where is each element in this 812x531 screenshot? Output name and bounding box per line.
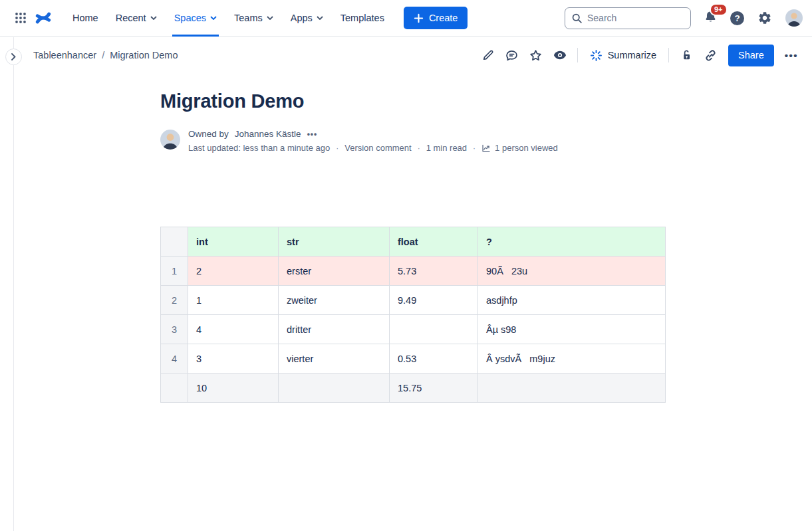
table-footer-cell [478, 373, 666, 403]
notification-badge: 9+ [710, 3, 728, 16]
table-row: 21zweiter9.49asdjhfp [161, 286, 666, 315]
table-footer-cell: 10 [188, 373, 279, 403]
user-avatar[interactable] [785, 9, 803, 27]
summarize-button[interactable]: Summarize [584, 45, 662, 66]
comment-icon [505, 49, 519, 62]
breadcrumb: Tableenhancer / Migration Demo [33, 50, 178, 60]
table-row-number: 4 [161, 344, 188, 373]
search-box [565, 7, 691, 29]
breadcrumb-separator: / [102, 50, 104, 60]
page-header-bar: Tableenhancer / Migration Demo [0, 37, 812, 74]
table-row-number: 3 [161, 315, 188, 344]
read-time-label: 1 min read [426, 143, 467, 153]
last-updated-link[interactable]: Last updated: less than a minute ago [188, 143, 330, 153]
top-navigation: Home Recent Spaces Teams Apps Templates [0, 0, 812, 37]
owner-name-link[interactable]: Johannes Kästle [235, 129, 301, 139]
copy-link-button[interactable] [699, 45, 722, 66]
table-footer-row: 1015.75 [161, 373, 666, 403]
confluence-logo[interactable] [32, 7, 55, 29]
pencil-icon [481, 49, 495, 62]
table-cell: 1 [188, 286, 279, 315]
byline-text: Owned by Johannes Kästle ••• Last update… [188, 129, 558, 153]
owner-avatar[interactable] [160, 130, 180, 150]
owned-by-label: Owned by [188, 129, 229, 139]
table-header-cell: float [390, 227, 478, 257]
analytics-chart-icon [481, 144, 491, 153]
summarize-label: Summarize [608, 50, 656, 60]
share-button-label: Share [738, 50, 764, 60]
gear-icon [757, 11, 772, 25]
star-button[interactable] [525, 45, 547, 66]
table-row: 34dritterÂµ s98 [161, 315, 666, 344]
link-icon [704, 49, 718, 62]
nav-label: Home [72, 13, 98, 23]
page-content: Migration Demo Owned by Johannes Kästle … [14, 74, 812, 403]
table-header-cell: str [279, 227, 390, 257]
nav-item-apps[interactable]: Apps [282, 0, 332, 37]
table-cell: 0.53 [390, 344, 478, 373]
star-icon [529, 49, 543, 62]
nav-label: Recent [116, 13, 146, 23]
table-cell: asdjhfp [478, 286, 666, 315]
nav-item-home[interactable]: Home [64, 0, 107, 37]
unlock-icon [680, 49, 693, 62]
page-title: Migration Demo [160, 90, 666, 112]
restrictions-button[interactable] [675, 45, 698, 66]
more-actions-button[interactable]: ••• [781, 50, 802, 61]
table-cell: dritter [279, 315, 390, 344]
expand-sidebar-button[interactable] [5, 49, 22, 65]
table-row-number: 2 [161, 286, 188, 315]
settings-button[interactable] [757, 10, 773, 26]
table-cell: 2 [188, 257, 279, 286]
table-cell: 4 [188, 315, 279, 344]
analytics-link[interactable]: 1 person viewed [481, 143, 558, 153]
notifications-button[interactable]: 9+ [704, 10, 718, 27]
edit-button[interactable] [477, 45, 499, 66]
breadcrumb-page-link[interactable]: Migration Demo [110, 50, 178, 60]
help-button[interactable]: ? [730, 11, 744, 25]
create-button-label: Create [429, 13, 458, 23]
chevron-down-icon [267, 16, 273, 20]
chevron-down-icon [317, 16, 323, 20]
content-table: intstrfloat? 12erster5.7390Ã 23u21zweite… [160, 227, 666, 403]
table-head: intstrfloat? [161, 227, 666, 257]
nav-item-recent[interactable]: Recent [107, 0, 166, 37]
version-comment-link[interactable]: Version comment [344, 143, 411, 153]
search-icon [571, 13, 583, 24]
dot-separator: · [473, 144, 475, 153]
dot-separator: · [418, 144, 420, 153]
byline-more-button[interactable]: ••• [307, 130, 318, 139]
nav-item-templates[interactable]: Templates [332, 0, 393, 37]
app-switcher-icon[interactable] [9, 7, 32, 29]
search-input[interactable] [565, 7, 691, 29]
table-cell: erster [279, 257, 390, 286]
breadcrumb-space-link[interactable]: Tableenhancer [33, 50, 96, 60]
viewed-label: 1 person viewed [495, 143, 558, 153]
nav-label: Spaces [174, 13, 206, 23]
watch-button[interactable] [549, 45, 571, 66]
page-actions: Summarize Share ••• [477, 45, 802, 66]
table-cell: 9.49 [390, 286, 478, 315]
chevron-right-icon [11, 53, 16, 60]
owner-avatar-image [160, 130, 180, 150]
comment-button[interactable] [501, 45, 523, 66]
table-cell: Â ysdvÃ m9juz [478, 344, 666, 373]
chevron-down-icon [150, 16, 157, 20]
table-cell: 90Ã 23u [478, 257, 666, 286]
table-row: 12erster5.7390Ã 23u [161, 257, 666, 286]
create-button[interactable]: Create [404, 7, 468, 29]
share-button[interactable]: Share [728, 45, 774, 66]
eye-icon [553, 48, 567, 62]
table-cell: vierter [279, 344, 390, 373]
table-cell: 3 [188, 344, 279, 373]
table-row-number: 1 [161, 257, 188, 286]
nav-item-spaces[interactable]: Spaces [166, 0, 225, 37]
table-header-cell: int [188, 227, 279, 257]
nav-item-teams[interactable]: Teams [225, 0, 282, 37]
avatar-image [785, 9, 803, 27]
table-cell: zweiter [279, 286, 390, 315]
primary-nav: Home Recent Spaces Teams Apps Templates [64, 0, 393, 37]
dot-separator: · [336, 144, 338, 153]
nav-label: Apps [291, 13, 313, 23]
table-cell: Âµ s98 [478, 315, 666, 344]
